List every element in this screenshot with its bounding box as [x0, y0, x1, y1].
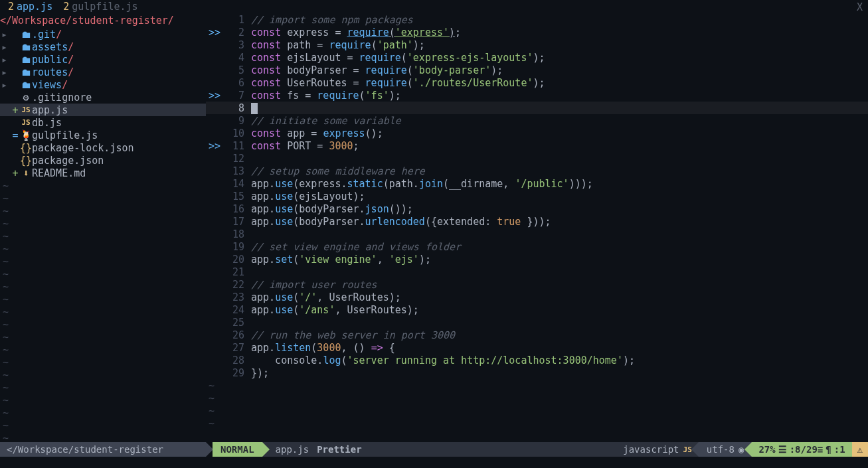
folder-item[interactable]: ▸🖿 public/ [0, 53, 206, 66]
tilde: ~ [1, 369, 9, 381]
code-text: const express = require('express'); [251, 27, 868, 39]
tilde: ~ [1, 193, 9, 204]
code-line[interactable]: 29}); [206, 366, 868, 379]
code-line[interactable]: 14app.use(express.static(path.join(__dir… [206, 177, 868, 190]
file-item[interactable]: ⚙ .gitignore [0, 91, 206, 104]
json-icon: {} [20, 155, 32, 167]
line-number: 23 [226, 291, 251, 303]
code-text: // import some npm packages [251, 14, 868, 26]
code-text: app.use(bodyParser.urlencoded({extended:… [251, 216, 868, 228]
code-line[interactable]: >>7const fs = require('fs'); [206, 89, 868, 102]
code-line[interactable]: 26// run the web server in port 3000 [206, 329, 868, 341]
code-text: app.use(ejsLayout); [251, 191, 868, 202]
folder-item[interactable]: ▸🖿 views/ [0, 78, 206, 91]
code-editor[interactable]: 1// import some npm packages>>2const exp… [206, 13, 868, 441]
code-line[interactable]: 10const app = express(); [206, 127, 868, 139]
code-line[interactable]: 1// import some npm packages [206, 13, 868, 26]
status-path: </Workspace/student-register [0, 442, 206, 457]
status-encoding: utf-8 ◉ [699, 442, 752, 457]
status-line: </Workspace/student-register NORMAL app.… [0, 442, 868, 457]
code-line[interactable]: 22// import user routes [206, 278, 868, 291]
tab-num: 2 [8, 1, 14, 13]
folder-item[interactable]: ▸🖿 assets/ [0, 40, 206, 53]
code-line[interactable]: 25 [206, 316, 868, 329]
code-line[interactable]: 8 [206, 102, 868, 114]
code-line[interactable]: 16app.use(bodyParser.json()); [206, 202, 868, 215]
line-number: 25 [226, 317, 251, 329]
close-icon[interactable]: X [857, 1, 863, 13]
js-icon: JS [20, 106, 32, 114]
code-line[interactable]: 9// initiate some variable [206, 114, 868, 127]
tab-app-js[interactable]: 2 app.js [3, 1, 58, 13]
line-number: 8 [226, 102, 251, 114]
col-icon: ¶ [825, 444, 831, 455]
sign-column: >> [206, 90, 226, 102]
folder-icon: 🖿 [20, 66, 32, 78]
tilde: ~ [1, 394, 9, 406]
line-number: 21 [226, 266, 251, 278]
code-line[interactable]: 19// set view engine and views folder [206, 240, 868, 253]
code-text: app.use('/ans', UserRoutes); [251, 304, 868, 316]
code-line[interactable]: 27app.listen(3000, () => { [206, 341, 868, 354]
tilde: ~ [1, 268, 9, 280]
folder-item[interactable]: ▸🖿 routes/ [0, 66, 206, 78]
file-item[interactable]: +⬇ README.md [0, 167, 206, 179]
code-line[interactable]: >>2const express = require('express'); [206, 26, 868, 39]
code-text: app.use(express.static(path.join(__dirna… [251, 178, 868, 190]
code-line[interactable]: 5const bodyParser = require('body-parser… [206, 64, 868, 76]
encoding-icon: ◉ [738, 444, 744, 455]
file-item[interactable]: {} package.json [0, 154, 206, 167]
json-icon: {} [20, 142, 32, 154]
code-line[interactable]: 3const path = require('path'); [206, 39, 868, 51]
js-icon: JS [20, 118, 32, 127]
line-number: 18 [226, 228, 251, 240]
line-number: 19 [226, 241, 251, 253]
code-line[interactable]: 15app.use(ejsLayout); [206, 190, 868, 202]
file-item[interactable]: {} package-lock.json [0, 141, 206, 154]
code-line[interactable]: 28 console.log('server running at http:/… [206, 354, 868, 366]
encoding-label: utf-8 [707, 444, 735, 455]
code-line[interactable]: 21 [206, 266, 868, 278]
code-text: const UserRoutes = require('./routes/Use… [251, 77, 868, 89]
file-item[interactable]: JS db.js [0, 116, 206, 129]
file-name: gulpfile.js [32, 129, 98, 141]
code-line[interactable]: 20app.set('view engine', 'ejs'); [206, 253, 868, 266]
sign-column: >> [206, 140, 226, 152]
code-line[interactable]: 18 [206, 228, 868, 240]
tilde: ~ [1, 180, 9, 192]
tilde: ~ [206, 405, 215, 417]
code-text: app.use(bodyParser.json()); [251, 203, 868, 215]
line-number: 7 [226, 90, 251, 102]
tilde: ~ [1, 218, 9, 230]
code-text: const app = express(); [251, 127, 868, 139]
code-line[interactable]: 17app.use(bodyParser.urlencoded({extende… [206, 215, 868, 228]
git-status-icon: + [11, 104, 20, 116]
tab-num: 2 [63, 1, 69, 13]
col-info: :1 [834, 444, 845, 455]
vim-mode: NORMAL [213, 442, 262, 457]
code-line[interactable]: 6const UserRoutes = require('./routes/Us… [206, 76, 868, 89]
status-language: javascript JS [616, 442, 699, 457]
code-line[interactable]: 4const ejsLayout = require('express-ejs-… [206, 51, 868, 64]
tilde: ~ [1, 344, 9, 356]
line-number: 15 [226, 191, 251, 202]
line-number: 29 [226, 367, 251, 379]
file-name: package-lock.json [32, 142, 134, 154]
file-item[interactable]: +JS app.js [0, 104, 206, 116]
expand-arrow-icon: ▸ [1, 29, 11, 40]
code-text: // set view engine and views folder [251, 241, 868, 253]
code-line[interactable]: 12 [206, 152, 868, 165]
file-item[interactable]: =🍹 gulpfile.js [0, 129, 206, 141]
code-line[interactable]: 24app.use('/ans', UserRoutes); [206, 303, 868, 316]
code-line[interactable]: >>11const PORT = 3000; [206, 139, 868, 152]
folder-item[interactable]: ▸🖿 .git/ [0, 28, 206, 40]
file-name: assets/ [32, 41, 74, 53]
code-line[interactable]: 23app.use('/', UserRoutes); [206, 291, 868, 303]
code-line[interactable]: 13// setup some middleware here [206, 165, 868, 177]
tilde: ~ [1, 331, 9, 343]
line-number: 2 [226, 27, 251, 39]
file-name: .git/ [32, 29, 62, 40]
tab-gulpfile-js[interactable]: 2 gulpfile.js [58, 1, 143, 13]
line-icon: ☰ [778, 444, 787, 455]
line-number: 10 [226, 127, 251, 139]
